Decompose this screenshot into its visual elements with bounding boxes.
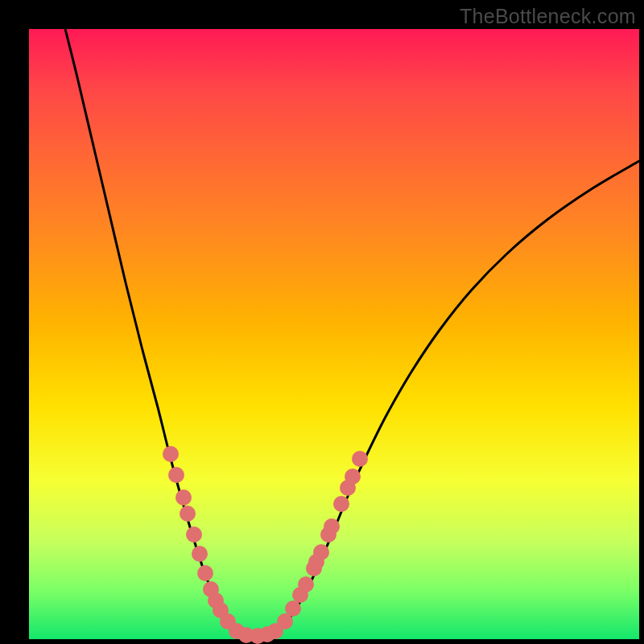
- marker-dot: [313, 544, 329, 560]
- marker-dot: [324, 518, 340, 535]
- curve-layer: [29, 29, 639, 639]
- marker-dot: [285, 601, 301, 617]
- chart-frame: TheBottleneck.com: [0, 0, 644, 644]
- marker-dot: [168, 467, 184, 483]
- marker-dot: [333, 496, 349, 512]
- marker-dot: [163, 446, 179, 462]
- marker-dot: [352, 451, 368, 467]
- curve-markers: [163, 446, 368, 644]
- marker-dot: [180, 506, 196, 522]
- marker-dot: [192, 546, 208, 562]
- marker-dot: [298, 576, 314, 592]
- plot-area: [29, 29, 639, 639]
- marker-dot: [186, 526, 202, 543]
- marker-dot: [345, 469, 361, 485]
- marker-dot: [175, 489, 192, 506]
- bottleneck-curve: [65, 29, 639, 636]
- watermark-text: TheBottleneck.com: [460, 5, 636, 28]
- marker-dot: [197, 565, 213, 581]
